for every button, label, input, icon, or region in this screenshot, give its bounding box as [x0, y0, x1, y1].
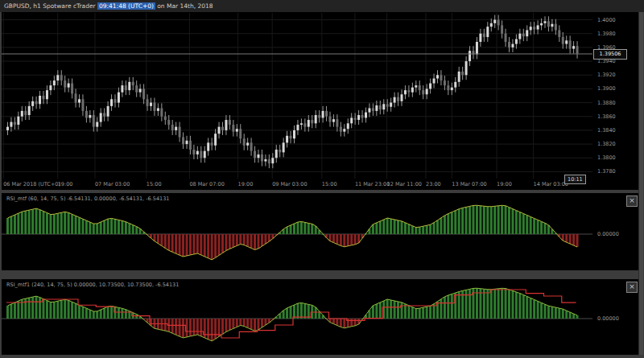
price-axis-label: 1.3980	[597, 31, 616, 37]
ctrader-window: GBPUSD, h1 Spotware cTrader 09:41:48 (UT…	[0, 0, 644, 358]
price-axis-label: 1.3840	[597, 127, 616, 134]
chart-canvas[interactable]	[0, 0, 644, 358]
time-axis-label: 07 Mar 03:00	[95, 181, 130, 187]
price-axis-label: 1.3920	[597, 72, 616, 78]
price-axis-label: 1.3780	[597, 168, 616, 175]
time-axis-label: 15:00	[322, 181, 337, 187]
time-axis-label: 19:00	[497, 181, 512, 187]
time-axis-label: 13 Mar 07:00	[452, 181, 486, 187]
indicator-axis-label: 0.00000	[597, 315, 619, 322]
indicator-axis-label: 0.00000	[597, 231, 619, 237]
time-axis-label: 15:00	[147, 181, 162, 187]
time-axis-label: 14 Mar 03:00	[534, 181, 568, 187]
time-axis-label: 19:00	[58, 181, 73, 187]
time-axis-label: 23:00	[426, 181, 441, 187]
chart-title-bar: GBPUSD, h1 Spotware cTrader 09:41:48 (UT…	[0, 0, 644, 12]
price-axis-label: 1.3900	[597, 85, 616, 92]
indicator1-header: RSI_mtf (60, 14, 75, 5) -6.54131, 0.0000…	[6, 195, 169, 202]
time-axis-label: 19:00	[238, 181, 254, 187]
current-price-badge: 1.39506	[593, 49, 627, 60]
price-axis-label: 1.3820	[597, 141, 616, 147]
price-axis-label: 1.4000	[597, 17, 616, 23]
time-axis-label: 11 Mar 23:00	[355, 181, 390, 187]
indicator2-header: RSI_mtf1 (240, 14, 75, 5) 0.00000, 10.73…	[6, 282, 179, 288]
current-time-marker: 10:11	[564, 175, 586, 184]
price-axis-label: 1.3800	[597, 154, 616, 161]
time-axis-label: 06 Mar 2018 (UTC+0)	[3, 181, 60, 187]
chart-title-prefix: GBPUSD, h1 Spotware cTrader	[4, 2, 97, 10]
chart-title-time-highlight: 09:41:48 (UTC+0)	[97, 2, 155, 10]
time-axis-label: 12 Mar 11:00	[387, 181, 422, 187]
time-axis-label: 09 Mar 03:00	[272, 181, 307, 187]
indicator1-close-button[interactable]: ×	[626, 195, 638, 207]
chart-title-suffix: on Mar 14th, 2018	[155, 2, 213, 10]
price-axis-label: 1.3880	[597, 100, 616, 106]
time-axis-label: 08 Mar 07:00	[189, 181, 224, 187]
price-axis-label: 1.3860	[597, 113, 616, 120]
indicator2-close-button[interactable]: ×	[626, 282, 638, 293]
